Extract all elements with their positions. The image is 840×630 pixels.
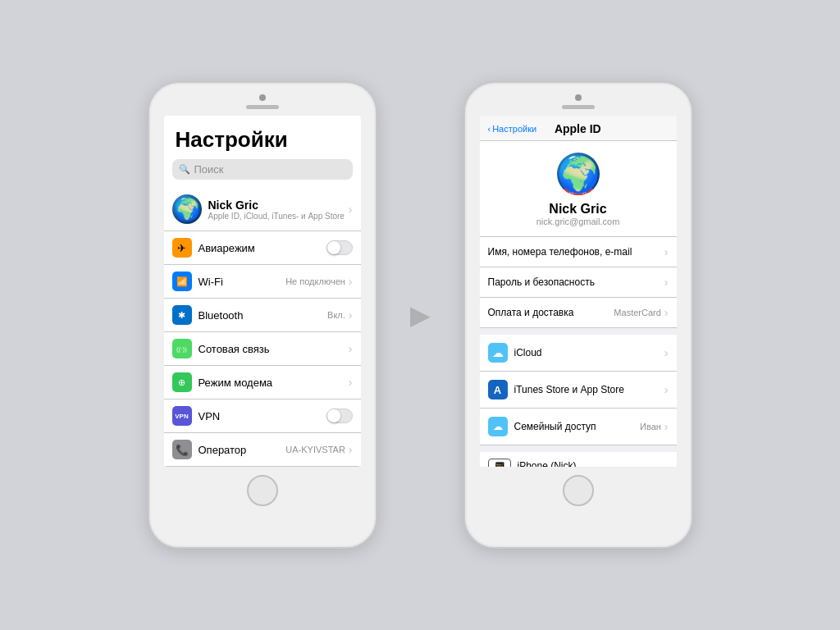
search-icon: 🔍	[179, 164, 190, 175]
left-phone: Настройки 🔍 Поиск Nick Gric Apple ID, iC…	[148, 81, 377, 549]
airplane-label: Авиарежим	[199, 242, 326, 254]
airplane-toggle[interactable]	[326, 240, 353, 255]
device-chevron: ›	[577, 463, 581, 467]
operator-icon: 📞	[172, 440, 192, 459]
phone-top-right	[465, 83, 692, 109]
row-password[interactable]: Пароль и безопасность ›	[480, 267, 677, 298]
camera-right	[575, 94, 582, 101]
appstore-chevron: ›	[664, 383, 669, 396]
cellular-icon: ((·))	[172, 339, 192, 358]
vpn-icon: VPN	[172, 406, 192, 426]
family-value: Иван	[640, 422, 661, 431]
apple-id-rows: Имя, номера телефонов, e-mail › Пароль и…	[480, 237, 677, 467]
vpn-toggle[interactable]	[326, 409, 353, 423]
password-chevron: ›	[664, 276, 669, 289]
name-phones-chevron: ›	[664, 245, 669, 258]
icloud-icon: ☁	[488, 343, 508, 363]
setting-row-cellular[interactable]: ((·)) Сотовая связь ›	[164, 332, 361, 366]
vpn-label: VPN	[199, 410, 326, 422]
account-sub: Apple ID, iCloud, iTunes- и App Store	[208, 212, 349, 221]
name-phones-label: Имя, номера телефонов, e-mail	[488, 246, 664, 258]
screen-left: Настройки 🔍 Поиск Nick Gric Apple ID, iC…	[164, 116, 361, 467]
operator-chevron: ›	[349, 443, 353, 456]
hotspot-label: Режим модема	[199, 377, 349, 389]
profile-email: nick.gric@gmail.com	[536, 217, 620, 226]
section-divider-right-1	[480, 328, 677, 335]
cellular-label: Сотовая связь	[199, 343, 349, 355]
navigation-arrow: ▶	[410, 299, 431, 331]
setting-row-bluetooth[interactable]: ✱ Bluetooth Вкл. ›	[164, 299, 361, 332]
family-chevron: ›	[664, 420, 669, 433]
search-bar[interactable]: 🔍 Поиск	[172, 159, 353, 180]
wifi-chevron: ›	[349, 275, 353, 288]
search-placeholder: Поиск	[194, 163, 224, 176]
row-icloud[interactable]: ☁ iCloud ›	[480, 335, 677, 372]
device-row[interactable]: 📱 iPhone (Nick) Этот iPhone 7 ›	[480, 452, 677, 467]
bluetooth-icon: ✱	[172, 305, 192, 325]
operator-label: Оператор	[199, 444, 286, 456]
setting-row-hotspot[interactable]: ⊕ Режим модема ›	[164, 366, 361, 399]
account-name: Nick Gric	[208, 199, 349, 212]
wifi-value: Не подключен	[285, 276, 345, 286]
nav-title: Apple ID	[536, 122, 619, 135]
appstore-label: iTunes Store и App Store	[514, 384, 664, 395]
icloud-label: iCloud	[514, 347, 664, 358]
pravka-badge: ПРАВКА	[557, 189, 600, 195]
device-icon: 📱	[488, 459, 511, 467]
speaker-right	[562, 105, 595, 109]
hotspot-icon: ⊕	[172, 372, 192, 392]
profile-name: Nick Gric	[549, 202, 606, 217]
family-icon: ☁	[488, 417, 508, 436]
hotspot-chevron: ›	[349, 376, 353, 389]
phone-top-left	[149, 83, 376, 109]
home-button-right[interactable]	[563, 475, 594, 506]
bluetooth-chevron: ›	[349, 308, 353, 322]
bluetooth-value: Вкл.	[327, 310, 345, 320]
speaker-left	[246, 105, 279, 109]
cellular-chevron: ›	[349, 342, 353, 355]
profile-section[interactable]: ПРАВКА Nick Gric nick.gric@gmail.com	[480, 141, 677, 237]
icloud-chevron: ›	[664, 346, 669, 359]
appstore-icon: A	[488, 380, 508, 399]
password-label: Пароль и безопасность	[488, 276, 664, 288]
camera-left	[259, 94, 266, 101]
device-name: iPhone (Nick)	[518, 460, 577, 468]
home-button-left[interactable]	[247, 475, 278, 506]
payment-label: Оплата и доставка	[488, 307, 614, 318]
back-chevron-icon: ‹	[488, 124, 491, 134]
nav-back-button[interactable]: ‹ Настройки	[488, 124, 537, 134]
setting-row-airplane[interactable]: ✈ Авиарежим	[164, 231, 361, 265]
setting-row-vpn[interactable]: VPN VPN	[164, 399, 361, 433]
family-label: Семейный доступ	[514, 421, 641, 432]
device-info: iPhone (Nick) Этот iPhone 7	[518, 460, 577, 468]
nav-bar: ‹ Настройки Apple ID	[480, 116, 677, 141]
payment-value: MasterCard	[614, 308, 660, 317]
row-name-phones[interactable]: Имя, номера телефонов, e-mail ›	[480, 237, 677, 267]
right-phone: ‹ Настройки Apple ID ПРАВКА Nick Gric ni…	[463, 81, 693, 549]
section-divider-right-2	[480, 445, 677, 452]
account-row[interactable]: Nick Gric Apple ID, iCloud, iTunes- и Ap…	[164, 188, 361, 231]
bluetooth-label: Bluetooth	[199, 309, 328, 322]
profile-avatar-wrap: ПРАВКА	[557, 153, 600, 195]
profile-avatar: ПРАВКА	[557, 153, 600, 195]
settings-title: Настройки	[164, 116, 361, 159]
wifi-label: Wi-Fi	[199, 276, 286, 288]
setting-row-wifi[interactable]: 📶 Wi-Fi Не подключен ›	[164, 265, 361, 299]
row-payment[interactable]: Оплата и доставка MasterCard ›	[480, 298, 677, 328]
payment-chevron: ›	[664, 306, 669, 319]
setting-row-operator[interactable]: 📞 Оператор UA-KYIVSTAR ›	[164, 433, 361, 467]
nav-back-label: Настройки	[492, 124, 536, 134]
avatar-left	[172, 194, 202, 224]
operator-value: UA-KYIVSTAR	[285, 445, 345, 454]
row-family[interactable]: ☁ Семейный доступ Иван ›	[480, 409, 677, 445]
account-chevron: ›	[349, 203, 353, 216]
account-info: Nick Gric Apple ID, iCloud, iTunes- и Ap…	[208, 199, 349, 221]
airplane-icon: ✈	[172, 238, 192, 258]
row-appstore[interactable]: A iTunes Store и App Store ›	[480, 372, 677, 409]
screen-right: ‹ Настройки Apple ID ПРАВКА Nick Gric ni…	[480, 116, 677, 467]
wifi-icon: 📶	[172, 272, 192, 291]
